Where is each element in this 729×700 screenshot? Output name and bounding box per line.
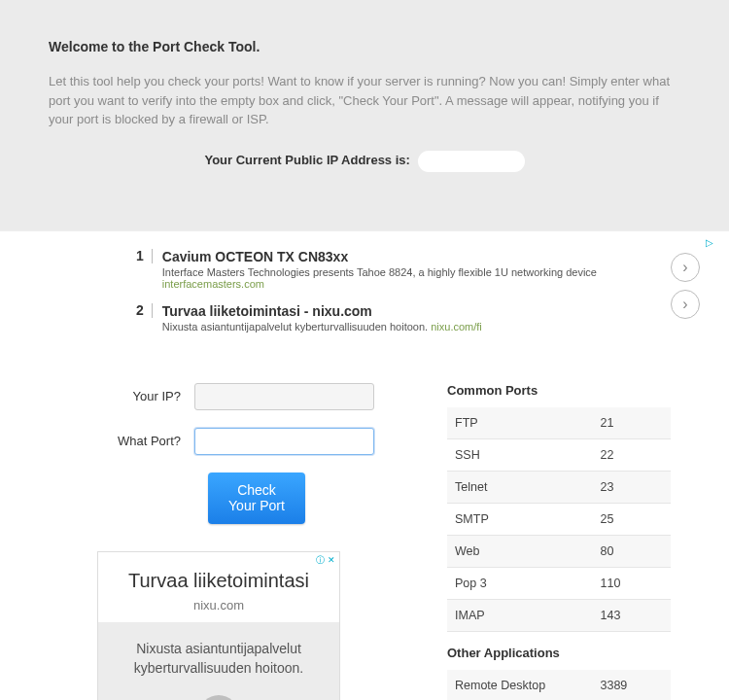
- port-number: 80: [593, 535, 672, 567]
- ad-sub-text: Interface Masters Technologies presents …: [162, 266, 597, 278]
- hero-description: Let this tool help you check your ports!…: [49, 72, 680, 129]
- ad-title: Cavium OCTEON TX CN83xx: [162, 249, 632, 264]
- port-number: 143: [593, 599, 672, 631]
- other-apps-heading: Other Applications: [447, 646, 671, 660]
- port-name: IMAP: [447, 599, 593, 631]
- port-name: Pop 3: [447, 567, 593, 599]
- ad-number: 2: [136, 303, 153, 318]
- public-ip-label: Your Current Public IP Address is:: [204, 153, 409, 167]
- common-ports-table: FTP21SSH22Telnet23SMTP25Web80Pop 3110IMA…: [447, 407, 671, 632]
- public-ip-line: Your Current Public IP Address is:: [49, 151, 680, 172]
- port-number: 21: [593, 407, 672, 439]
- common-ports-heading: Common Ports: [447, 383, 671, 398]
- ad-row[interactable]: 1 Cavium OCTEON TX CN83xx Interface Mast…: [136, 249, 632, 290]
- other-ports-table: Remote Desktop3389PC Anywhere5631: [447, 670, 671, 701]
- ad-domain: interfacemasters.com: [162, 278, 264, 290]
- public-ip-value-redacted: [418, 151, 525, 172]
- adchoices-icon[interactable]: ⓘ ✕: [316, 554, 335, 567]
- port-name: Remote Desktop: [447, 670, 593, 701]
- ad-block[interactable]: ⓘ ✕ Turvaa liiketoimintasi nixu.com Nixu…: [97, 551, 340, 700]
- check-port-button[interactable]: Check Your Port: [208, 472, 305, 525]
- port-number: 110: [593, 567, 672, 599]
- table-row[interactable]: FTP21: [447, 407, 671, 439]
- port-number: 23: [593, 471, 672, 503]
- arrow-right-icon[interactable]: ➜: [199, 695, 238, 700]
- ad-go-icon[interactable]: ›: [671, 290, 700, 319]
- table-row[interactable]: Pop 3110: [447, 567, 671, 599]
- port-number: 3389: [593, 670, 672, 701]
- ip-input[interactable]: [194, 383, 374, 410]
- ad-subtitle: Interface Masters Technologies presents …: [162, 266, 632, 290]
- form-column: Your IP? What Port? Check Your Port ⓘ ✕ …: [97, 383, 408, 701]
- port-name: FTP: [447, 407, 593, 439]
- table-row[interactable]: Remote Desktop3389: [447, 670, 671, 701]
- hero: Welcome to the Port Check Tool. Let this…: [0, 0, 729, 230]
- ad-row[interactable]: 2 Turvaa liiketoimintasi - nixu.com Nixu…: [136, 303, 632, 332]
- port-name: SSH: [447, 438, 593, 471]
- port-name: SMTP: [447, 503, 593, 535]
- ports-column: Common Ports FTP21SSH22Telnet23SMTP25Web…: [447, 383, 671, 701]
- ad-go-icon[interactable]: ›: [671, 253, 700, 282]
- table-row[interactable]: IMAP143: [447, 599, 671, 631]
- check-button-line2: Your Port: [228, 498, 285, 513]
- port-name: Web: [447, 535, 593, 567]
- ad-block-sub: nixu.com: [108, 598, 330, 612]
- table-row[interactable]: Web80: [447, 535, 671, 567]
- port-input[interactable]: [194, 428, 374, 455]
- ad-block-title: Turvaa liiketoimintasi: [108, 570, 330, 592]
- ad-subtitle: Nixusta asiantuntijapalvelut kyberturval…: [162, 321, 632, 332]
- page-title: Welcome to the Port Check Tool.: [49, 39, 680, 54]
- port-number: 25: [593, 503, 672, 535]
- table-row[interactable]: SMTP25: [447, 503, 671, 535]
- ad-domain: nixu.com/fi: [431, 321, 482, 332]
- main-content: Your IP? What Port? Check Your Port ⓘ ✕ …: [0, 364, 729, 701]
- port-number: 22: [593, 438, 672, 471]
- adchoices-icon[interactable]: ▷: [706, 237, 713, 248]
- ad-block-body: Nixusta asiantuntijapalvelut kyberturval…: [134, 641, 303, 676]
- table-row[interactable]: Telnet23: [447, 471, 671, 503]
- ad-title: Turvaa liiketoimintasi - nixu.com: [162, 303, 632, 319]
- ip-field-label: Your IP?: [97, 389, 194, 403]
- port-field-label: What Port?: [97, 434, 194, 448]
- table-row[interactable]: SSH22: [447, 438, 671, 471]
- ad-number: 1: [136, 249, 153, 263]
- ad-sub-text: Nixusta asiantuntijapalvelut kyberturval…: [162, 321, 428, 332]
- port-name: Telnet: [447, 471, 593, 503]
- check-button-line1: Check: [237, 482, 276, 498]
- ad-strip: ▷ 1 Cavium OCTEON TX CN83xx Interface Ma…: [0, 230, 729, 364]
